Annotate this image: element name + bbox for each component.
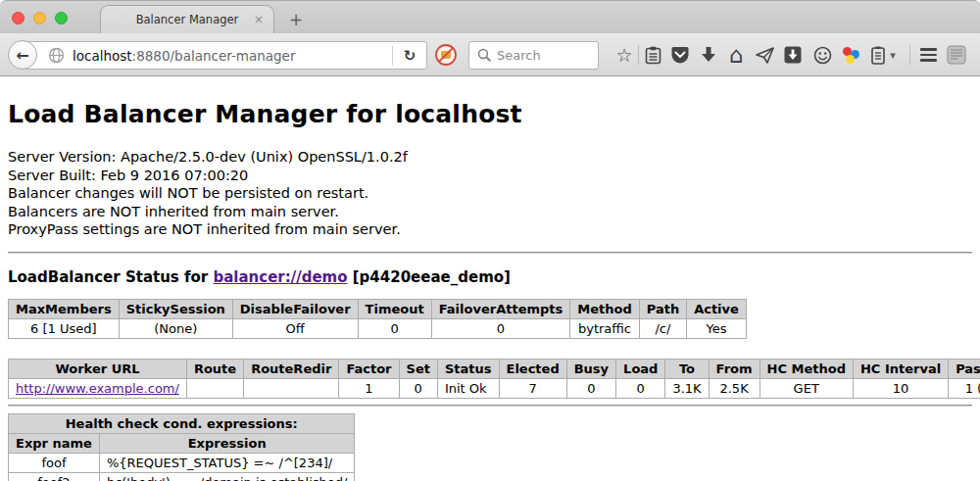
header-cell: Active bbox=[687, 299, 747, 318]
header-row: Expr name Expression bbox=[9, 433, 355, 453]
downloads-button[interactable] bbox=[696, 42, 721, 68]
star-icon: ☆ bbox=[615, 44, 632, 66]
minimize-window-button[interactable] bbox=[33, 12, 46, 24]
table-row: foof %{REQUEST_STATUS} =~ /^[234]/ bbox=[9, 453, 355, 472]
search-bar[interactable] bbox=[468, 41, 599, 70]
url-host: localhost bbox=[73, 48, 132, 64]
health-check-table: Health check cond. expressions: Expr nam… bbox=[8, 413, 355, 481]
data-cell: 0 bbox=[616, 378, 665, 398]
header-cell: Busy bbox=[566, 359, 615, 378]
workers-table: Worker URL Route RouteRedir Factor Set S… bbox=[8, 359, 980, 399]
section-divider bbox=[8, 252, 972, 254]
expression-cell: hc('body') =~ /domain is established/ bbox=[99, 472, 355, 481]
data-cell bbox=[244, 378, 339, 398]
header-cell: Worker URL bbox=[9, 359, 187, 378]
menu-button[interactable] bbox=[915, 42, 941, 68]
header-cell: Timeout bbox=[358, 299, 431, 318]
server-built-line: Server Built: Feb 9 2016 07:00:20 bbox=[8, 167, 972, 185]
header-row: Worker URL Route RouteRedir Factor Set S… bbox=[9, 359, 980, 378]
data-cell: 2.5K bbox=[709, 378, 760, 398]
data-cell: GET bbox=[760, 378, 853, 398]
close-window-button[interactable] bbox=[12, 12, 24, 24]
search-icon bbox=[477, 48, 492, 63]
header-cell: Passes bbox=[949, 359, 980, 378]
page-content: Load Balancer Manager for localhost Serv… bbox=[0, 76, 980, 481]
expression-cell: %{REQUEST_STATUS} =~ /^[234]/ bbox=[99, 453, 355, 472]
browser-window: Balancer Manager × + ← localhost:8880/ba… bbox=[0, 0, 980, 481]
toolbar-separator bbox=[909, 45, 910, 65]
hamburger-icon bbox=[920, 48, 937, 62]
data-cell: 0 bbox=[358, 318, 431, 338]
url-text[interactable]: localhost:8880/balancer-manager bbox=[73, 48, 392, 64]
inherit-warning-line: Balancers are NOT inherited from main se… bbox=[8, 203, 972, 221]
page-thumbnail-icon bbox=[947, 45, 966, 65]
tab-balancer-manager[interactable]: Balancer Manager × bbox=[100, 5, 274, 33]
header-cell: Status bbox=[437, 359, 499, 378]
worker-url-link[interactable]: http://www.example.com/ bbox=[16, 381, 179, 396]
persist-warning-line: Balancer changes will NOT be persisted o… bbox=[8, 184, 972, 203]
data-cell: (None) bbox=[119, 318, 232, 338]
zoom-window-button[interactable] bbox=[55, 12, 68, 24]
heading-suffix: [p4420eeae_demo] bbox=[348, 268, 511, 286]
hello-chat-button[interactable] bbox=[809, 42, 835, 68]
data-cell: 0 bbox=[431, 318, 570, 338]
paper-plane-icon bbox=[756, 47, 774, 64]
header-cell: Path bbox=[639, 299, 686, 318]
header-cell: Load bbox=[616, 359, 665, 378]
balancer-status-heading: LoadBalancer Status for balancer://demo … bbox=[8, 268, 972, 286]
header-cell: Elected bbox=[499, 359, 566, 378]
header-cell: Expr name bbox=[9, 433, 100, 453]
data-cell: 1 (0) bbox=[949, 378, 980, 398]
colored-dots-extension-button[interactable] bbox=[838, 42, 863, 68]
tab-close-icon[interactable]: × bbox=[254, 13, 264, 26]
table-title-cell: Health check cond. expressions: bbox=[9, 413, 355, 433]
chevron-down-icon: ▾ bbox=[890, 49, 896, 62]
server-info: Server Version: Apache/2.5.0-dev (Unix) … bbox=[8, 148, 972, 239]
data-cell: 6 [1 Used] bbox=[9, 318, 120, 338]
globe-icon bbox=[48, 47, 65, 64]
clipboard-icon bbox=[645, 46, 662, 65]
header-row: Health check cond. expressions: bbox=[9, 413, 355, 433]
balancer-params-table: MaxMembers StickySession DisableFailover… bbox=[8, 299, 747, 339]
header-row: MaxMembers StickySession DisableFailover… bbox=[9, 299, 747, 318]
back-button[interactable]: ← bbox=[8, 40, 37, 70]
data-cell: Init Ok bbox=[437, 378, 499, 398]
reload-button[interactable]: ↻ bbox=[393, 47, 426, 65]
navigation-toolbar: ← localhost:8880/balancer-manager ↻ bbox=[0, 33, 980, 76]
battery-clipper-icon bbox=[871, 46, 885, 65]
section-divider bbox=[8, 405, 972, 407]
table-row: foof2 hc('body') =~ /domain is establish… bbox=[9, 472, 355, 481]
header-cell: Set bbox=[399, 359, 437, 378]
clipper-dropdown-button[interactable]: ▾ bbox=[885, 42, 901, 68]
pocket-button[interactable] bbox=[667, 42, 693, 68]
home-button[interactable]: ⌂ bbox=[723, 42, 749, 68]
header-cell: FailoverAttempts bbox=[431, 299, 570, 318]
new-tab-button[interactable]: + bbox=[289, 10, 303, 29]
header-cell: MaxMembers bbox=[9, 299, 120, 318]
bookmark-star-button[interactable]: ☆ bbox=[612, 42, 637, 68]
page-extension-button[interactable] bbox=[944, 42, 969, 68]
expr-name-cell: foof2 bbox=[9, 472, 100, 481]
data-cell: 0 bbox=[566, 378, 615, 398]
table-row: http://www.example.com/ 1 0 Init Ok 7 0 … bbox=[9, 378, 980, 398]
search-input[interactable] bbox=[497, 48, 587, 63]
titlebar: Balancer Manager × + bbox=[0, 0, 980, 33]
video-download-extension-button[interactable] bbox=[780, 42, 806, 68]
data-cell: 7 bbox=[499, 378, 566, 398]
expr-name-cell: foof bbox=[9, 453, 100, 472]
header-cell: Route bbox=[186, 359, 243, 378]
url-bar[interactable]: localhost:8880/balancer-manager ↻ bbox=[24, 41, 427, 70]
share-button[interactable] bbox=[752, 42, 777, 68]
header-cell: HC Interval bbox=[853, 359, 948, 378]
balancer-demo-link[interactable]: balancer://demo bbox=[213, 268, 347, 286]
header-cell: StickySession bbox=[119, 299, 232, 318]
header-cell: From bbox=[709, 359, 760, 378]
table-row: 6 [1 Used] (None) Off 0 0 bytraffic /c/ … bbox=[9, 318, 747, 338]
header-cell: HC Method bbox=[760, 359, 853, 378]
bookmarks-menu-button[interactable] bbox=[640, 42, 665, 68]
tab-title: Balancer Manager bbox=[136, 13, 239, 26]
square-download-icon bbox=[784, 46, 802, 64]
blocked-content-button[interactable] bbox=[434, 43, 458, 67]
data-cell: 1 bbox=[339, 378, 399, 398]
data-cell bbox=[186, 378, 243, 398]
